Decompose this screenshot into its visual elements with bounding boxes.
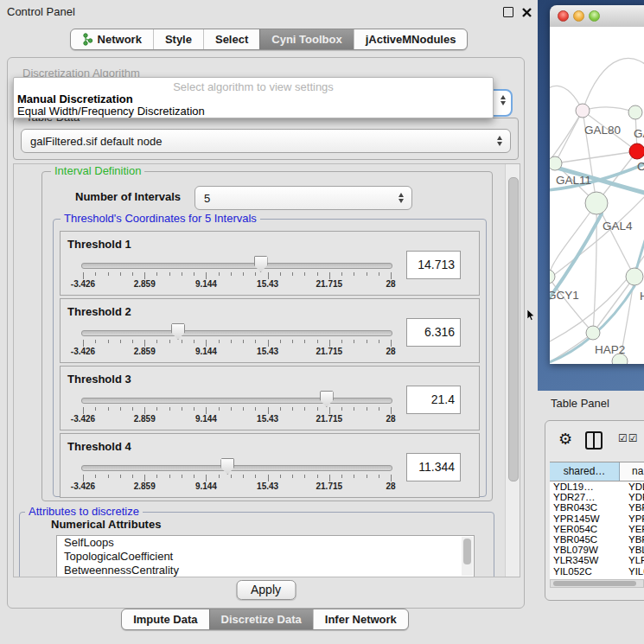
tab-style[interactable]: Style <box>153 29 203 49</box>
network-node[interactable] <box>586 326 600 340</box>
table-horizontal-scrollbar[interactable] <box>550 579 644 588</box>
slider-tick <box>182 272 182 276</box>
select-columns-checkbox-icons[interactable]: ☑☑ <box>618 432 639 444</box>
threshold-label: Threshold 3 <box>67 373 131 386</box>
numerical-attributes-list[interactable]: SelfLoopsTopologicalCoefficientBetweenne… <box>56 535 475 577</box>
minimize-traffic-light-icon[interactable] <box>573 10 584 22</box>
tab-network[interactable]: Network <box>71 29 153 49</box>
network-node[interactable] <box>626 268 643 285</box>
slider-tick <box>194 272 194 276</box>
table-row[interactable]: YDL19…YDL1 <box>550 481 644 492</box>
threshold-value-field[interactable]: 14.713 <box>406 251 461 279</box>
zoom-traffic-light-icon[interactable] <box>589 10 600 22</box>
slider-tick <box>329 407 330 414</box>
scrollbar-thumb[interactable] <box>508 177 519 481</box>
slider-tick-label: 21.715 <box>316 481 343 491</box>
table-data-group: Table Data galFiltered.sif default node <box>13 118 519 160</box>
tab-discretize-data[interactable]: Discretize Data <box>209 609 313 629</box>
slider-tick <box>95 272 96 276</box>
slider-tick-label: 9.144 <box>195 481 217 491</box>
slider-thumb[interactable] <box>254 256 268 272</box>
algorithm-option-equal-width[interactable]: Equal Width/Frequency Discretization <box>17 105 205 118</box>
slider-track[interactable] <box>81 398 392 404</box>
slider-tick <box>108 272 109 276</box>
apply-button[interactable]: Apply <box>236 580 296 600</box>
table-cell: YDR27… <box>550 492 623 502</box>
slider-tick-label: 2.859 <box>134 279 156 289</box>
network-node-label: GA <box>634 127 644 140</box>
attribute-list-item[interactable]: SelfLoops <box>57 536 474 550</box>
network-node[interactable] <box>585 192 608 214</box>
network-edge[interactable] <box>555 151 637 163</box>
table-row[interactable]: YIL052CYIL0 <box>550 566 644 577</box>
slider-tick <box>194 340 194 343</box>
network-edge[interactable] <box>550 277 593 333</box>
attribute-list-item[interactable]: TopologicalCoefficient <box>57 550 474 564</box>
network-edge-thick[interactable] <box>634 200 644 277</box>
table-data-combobox[interactable]: galFiltered.sif default node <box>21 129 511 153</box>
vertical-scrollbar[interactable] <box>505 164 520 577</box>
tab-infer-network[interactable]: Infer Network <box>313 609 408 629</box>
slider-tick <box>268 475 269 481</box>
table-scrollbar-thumb[interactable] <box>553 581 636 586</box>
threshold-value-field[interactable]: 11.344 <box>406 453 461 481</box>
column-header-shared-name[interactable]: shared… <box>550 462 620 481</box>
threshold-value-field[interactable]: 21.4 <box>406 386 461 414</box>
slider-thumb[interactable] <box>320 391 334 407</box>
slider-tick-label: 2.859 <box>134 481 156 491</box>
network-node[interactable] <box>576 104 590 118</box>
slider-tick <box>379 340 379 343</box>
table-row[interactable]: YLR345WYLR3 <box>550 555 644 565</box>
algorithm-dropdown-popup: Select algorithm to view settings Manual… <box>13 77 494 118</box>
threshold-value-field[interactable]: 6.316 <box>406 318 461 347</box>
network-edge[interactable] <box>583 107 635 112</box>
slider-tick <box>367 475 367 478</box>
network-node[interactable] <box>550 156 562 170</box>
slider-tick-label: 28 <box>386 279 395 289</box>
tab-cyni-toolbox[interactable]: Cyni Toolbox <box>259 29 353 49</box>
table-row[interactable]: YBR045CYBR0 <box>550 534 644 545</box>
table-row[interactable]: YER054CYER0 <box>550 524 644 534</box>
network-node[interactable] <box>628 105 642 119</box>
network-window-titlebar[interactable] <box>550 5 644 28</box>
table-row[interactable]: YBL079WYBL0 <box>550 545 644 555</box>
slider-tick <box>120 475 121 478</box>
stepper-arrows-icon <box>499 95 507 105</box>
column-header-name[interactable]: na <box>620 462 644 481</box>
float-window-icon[interactable] <box>503 7 513 17</box>
network-edge[interactable] <box>555 111 583 163</box>
slider-tick <box>108 475 109 478</box>
table-row[interactable]: YPR145WYPR1 <box>550 513 644 524</box>
close-icon[interactable] <box>522 8 532 17</box>
number-of-intervals-combobox[interactable]: 5 <box>194 186 412 210</box>
network-node-label: GAL4 <box>603 220 633 233</box>
network-edge[interactable] <box>583 58 644 111</box>
list-scrollbar[interactable] <box>462 537 473 576</box>
table-row[interactable]: YBR043CYBR0 <box>550 502 644 513</box>
network-edge[interactable] <box>593 277 634 333</box>
column-layout-icon[interactable] <box>585 431 603 450</box>
slider-tick <box>354 407 354 411</box>
slider-track[interactable] <box>81 330 392 336</box>
algorithm-option-manual[interactable]: Manual Discretization <box>17 92 133 105</box>
slider-track[interactable] <box>81 465 392 471</box>
cyni-toolbox-panel: Discretization Algorithm Select algorith… <box>7 57 525 609</box>
slider-tick <box>317 272 318 276</box>
slider-thumb[interactable] <box>171 323 185 340</box>
slider-track[interactable] <box>81 263 392 269</box>
network-node[interactable] <box>550 270 555 284</box>
slider-tick <box>132 272 133 276</box>
close-traffic-light-icon[interactable] <box>558 10 569 22</box>
network-node[interactable] <box>629 143 644 159</box>
gear-icon[interactable]: ⚙ <box>558 430 572 449</box>
table-row[interactable]: YDR27…YDR2 <box>550 492 644 502</box>
network-canvas[interactable]: GAL80GACGAL11GAL4GCY1HHAP2 <box>550 27 644 364</box>
slider-thumb[interactable] <box>220 458 234 475</box>
slider-tick <box>329 475 330 481</box>
attribute-list-item[interactable]: BetweennessCentrality <box>57 564 474 577</box>
table-cell: YDL1 <box>623 481 644 492</box>
tab-jactivemnodules[interactable]: jActiveMNodules <box>354 29 468 49</box>
tab-select[interactable]: Select <box>203 29 259 49</box>
slider-tick <box>304 340 305 343</box>
tab-impute-data[interactable]: Impute Data <box>122 609 208 629</box>
